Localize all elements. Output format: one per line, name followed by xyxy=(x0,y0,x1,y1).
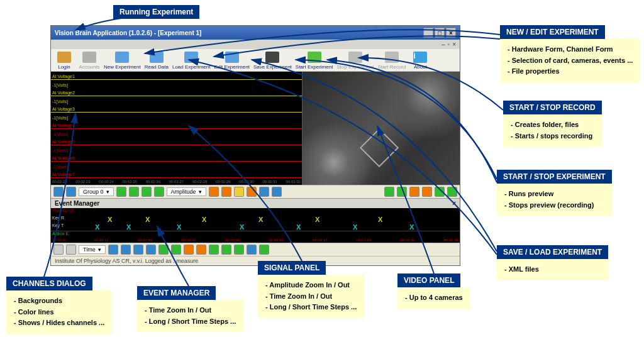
marker-icon[interactable] xyxy=(234,187,244,197)
start-experiment-icon xyxy=(308,52,321,63)
newedit-body: - Hardware Form, Channel Form - Selectio… xyxy=(500,39,640,82)
mdi-restore-icon[interactable]: ▫ xyxy=(448,41,450,48)
save-experiment-icon xyxy=(265,52,279,63)
event-controls: Time ▾ xyxy=(51,243,460,256)
range-icon[interactable] xyxy=(247,187,257,197)
ev-stepf-icon[interactable] xyxy=(196,245,206,255)
time-select[interactable]: Time ▾ xyxy=(79,245,106,254)
event-tool2-icon[interactable] xyxy=(66,245,76,255)
start-experiment-label: Start Experiment xyxy=(296,64,333,70)
event-manager-title: Event Manager xyxy=(55,200,99,207)
zoom-in-icon[interactable] xyxy=(53,187,64,197)
nav-step-fwd-icon[interactable] xyxy=(422,187,432,197)
ev-play-icon[interactable] xyxy=(234,245,244,255)
ev-prev-icon[interactable] xyxy=(171,245,181,255)
edit-experiment-icon xyxy=(225,52,239,63)
ev-zoom-out-icon[interactable] xyxy=(121,245,131,255)
login-icon xyxy=(57,52,71,63)
startstopexp-body: - Runs preview - Stops preview (recordin… xyxy=(497,184,612,216)
event-tool1-icon[interactable] xyxy=(53,245,64,255)
play-icon[interactable] xyxy=(116,187,126,197)
save-experiment-label: Save Experiment xyxy=(253,64,292,70)
running-experiment-header: Running Experiment xyxy=(113,5,199,19)
ev-fit-icon[interactable] xyxy=(133,245,143,255)
scroll2-icon[interactable] xyxy=(272,187,282,197)
event-manager-titlebar: Event Manager × xyxy=(51,198,460,208)
app-title: Vision Brain Application (1.0.2.6) - [Ex… xyxy=(55,30,201,36)
pause-icon[interactable] xyxy=(129,187,139,197)
video-body: - Up to 4 cameras xyxy=(397,287,470,309)
mdi-minimize-icon[interactable]: – xyxy=(441,41,445,48)
event-manager-close-icon[interactable]: × xyxy=(452,200,456,207)
stop-experiment-button[interactable]: Stop Experiment xyxy=(336,52,374,70)
start-record-label: Start Record xyxy=(378,64,406,70)
ev-zoom-in-icon[interactable] xyxy=(108,245,118,255)
edit-experiment-button[interactable]: Edit Experiment xyxy=(214,52,249,70)
nav-prev-icon[interactable] xyxy=(397,187,407,197)
about-button[interactable]: iAbout xyxy=(409,52,431,70)
channels-header: CHANNELS DIALOG xyxy=(6,277,92,290)
startstopexp-header: START / STOP EXPERIMENT xyxy=(497,170,612,184)
signal-controls: Group 0 ▾ Amplitude ▾ xyxy=(51,185,460,198)
mdi-close-icon[interactable]: × xyxy=(452,41,456,48)
video-frame xyxy=(303,72,460,185)
scroll-icon[interactable] xyxy=(259,187,269,197)
ev-scroll-icon[interactable] xyxy=(146,245,156,255)
nav-step-back-icon[interactable] xyxy=(409,187,419,197)
about-label: About xyxy=(414,64,427,70)
ev-last-icon[interactable] xyxy=(221,245,231,255)
login-label: Login xyxy=(58,64,70,70)
group-select[interactable]: Group 0 ▾ xyxy=(79,187,114,196)
mdi-child-controls: – ▫ × xyxy=(51,40,460,49)
stop-experiment-label: Stop Experiment xyxy=(336,64,374,70)
titlebar: Vision Brain Application (1.0.2.6) - [Ex… xyxy=(51,26,460,40)
statusbar: Institute Of Physiology AS CR, v.v.i. Lo… xyxy=(51,256,460,265)
load-experiment-icon xyxy=(184,52,198,63)
new-experiment-label: New Experiment xyxy=(104,64,141,70)
accounts-label: Accounts xyxy=(79,64,100,70)
event-panel: MainSynch Key R X X X X X X Key T X X X … xyxy=(51,208,460,243)
start-record-icon xyxy=(385,52,399,63)
read-data-icon xyxy=(150,52,164,63)
nav-first-icon[interactable] xyxy=(384,187,394,197)
save-experiment-button[interactable]: Save Experiment xyxy=(253,52,292,70)
zoom-out-icon[interactable] xyxy=(66,187,76,197)
startstoprec-body: - Creates folder, files - Starts / stops… xyxy=(503,114,602,146)
load-experiment-button[interactable]: Load Experiment xyxy=(172,52,210,70)
step-icon[interactable] xyxy=(154,187,164,197)
channels-body: - Backgrounds - Color lines - Shows / Hi… xyxy=(6,290,112,334)
maximize-icon[interactable]: □ xyxy=(435,28,445,38)
nav-next-icon[interactable] xyxy=(435,187,445,197)
saveload-body: - XML files xyxy=(497,259,608,280)
edit-experiment-label: Edit Experiment xyxy=(214,64,249,70)
new-experiment-button[interactable]: New Experiment xyxy=(104,52,141,70)
login-button[interactable]: Login xyxy=(53,52,75,70)
accounts-icon xyxy=(82,52,96,63)
load-experiment-label: Load Experiment xyxy=(172,64,210,70)
read-data-label: Read Data xyxy=(145,64,169,70)
close-icon[interactable]: × xyxy=(446,28,456,38)
nav-last-icon[interactable] xyxy=(447,187,457,197)
ev-first-icon[interactable] xyxy=(158,245,169,255)
step-fwd-icon[interactable] xyxy=(221,187,231,197)
ev-next-icon[interactable] xyxy=(209,245,219,255)
signal-panel: AI Voltage1 -1[Volts] AI Voltage2 -1[Vol… xyxy=(51,72,302,185)
app-window: Vision Brain Application (1.0.2.6) - [Ex… xyxy=(50,25,460,266)
start-experiment-button[interactable]: Start Experiment xyxy=(296,52,333,70)
ev-stepb-icon[interactable] xyxy=(184,245,194,255)
ev-rec-icon[interactable] xyxy=(259,245,269,255)
step-back-icon[interactable] xyxy=(209,187,219,197)
signalp-header: SIGNAL PANEL xyxy=(258,261,326,275)
video-header: VIDEO PANEL xyxy=(397,273,460,287)
stop-icon[interactable] xyxy=(142,187,152,197)
amplitude-select[interactable]: Amplitude ▾ xyxy=(167,187,206,196)
read-data-button[interactable]: Read Data xyxy=(145,52,169,70)
stop-experiment-icon xyxy=(348,52,362,63)
ev-end-icon[interactable] xyxy=(247,245,257,255)
minimize-icon[interactable]: _ xyxy=(423,28,433,38)
about-icon: i xyxy=(413,52,427,63)
accounts-button[interactable]: Accounts xyxy=(79,52,100,70)
start-record-button[interactable]: Start Record xyxy=(378,52,406,70)
video-panel xyxy=(302,72,460,185)
eventm-body: - Time Zoom In / Out - Long / Short Time… xyxy=(137,300,243,332)
